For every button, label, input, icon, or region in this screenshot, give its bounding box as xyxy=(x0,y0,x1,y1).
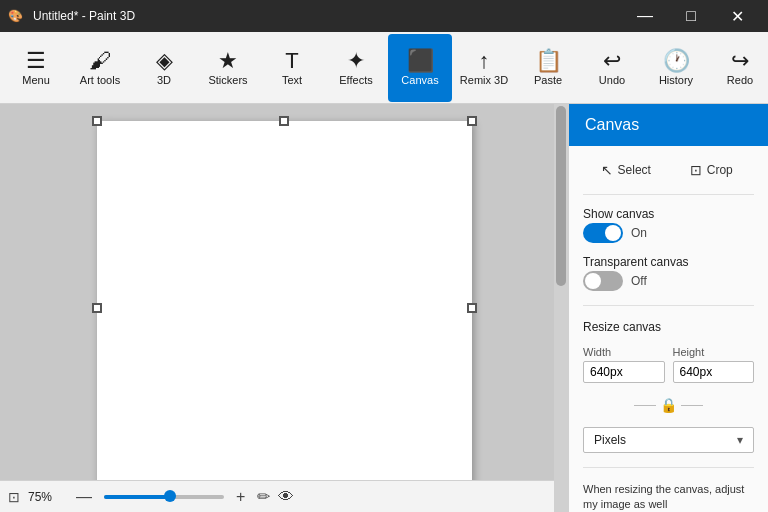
toolbar-item-stickers[interactable]: ★Stickers xyxy=(196,34,260,102)
toolbar-item-text[interactable]: TText xyxy=(260,34,324,102)
panel-body: ↖ Select ⊡ Crop Show canvas On xyxy=(569,146,768,512)
eye-icon[interactable]: 👁 xyxy=(278,488,294,506)
handle-top-mid[interactable] xyxy=(279,116,289,126)
width-input[interactable] xyxy=(583,361,665,383)
toolbar-item-effects[interactable]: ✦Effects xyxy=(324,34,388,102)
show-canvas-setting: Show canvas On xyxy=(583,207,754,243)
close-button[interactable]: ✕ xyxy=(714,0,760,32)
lock-row: 🔒 xyxy=(583,395,754,415)
window-controls: — □ ✕ xyxy=(622,0,760,32)
divider-2 xyxy=(583,467,754,468)
show-canvas-label: Show canvas xyxy=(583,207,754,221)
text-icon: T xyxy=(285,50,298,72)
panel-tools: ↖ Select ⊡ Crop xyxy=(583,156,754,195)
resize-fields: Width Height xyxy=(583,346,754,383)
select-label: Select xyxy=(618,163,651,177)
transparent-canvas-toggle[interactable] xyxy=(583,271,623,291)
minimize-button[interactable]: — xyxy=(622,0,668,32)
toolbar-item-redo[interactable]: ↪Redo xyxy=(708,34,768,102)
art-tools-label: Art tools xyxy=(80,74,120,86)
resize-canvas-title: Resize canvas xyxy=(583,320,754,334)
zoom-icon: ⊡ xyxy=(8,489,20,505)
zoom-slider[interactable] xyxy=(104,495,224,499)
remix3d-icon: ↑ xyxy=(479,50,490,72)
scrollbar-thumb xyxy=(556,106,566,286)
toolbar-item-remix3d[interactable]: ↑Remix 3D xyxy=(452,34,516,102)
draw-icon[interactable]: ✏ xyxy=(257,487,270,506)
transparent-canvas-label: Transparent canvas xyxy=(583,255,754,269)
show-canvas-toggle[interactable] xyxy=(583,223,623,243)
width-label: Width xyxy=(583,346,665,358)
toolbar-item-history[interactable]: 🕐History xyxy=(644,34,708,102)
stickers-label: Stickers xyxy=(208,74,247,86)
menu-icon: ☰ xyxy=(26,50,46,72)
transparent-canvas-toggle-row: Off xyxy=(583,271,754,291)
toolbar-item-canvas[interactable]: ⬛Canvas xyxy=(388,34,452,102)
width-field-group: Width xyxy=(583,346,665,383)
canvas-surface[interactable] xyxy=(97,121,472,496)
menu-label: Menu xyxy=(22,74,50,86)
panel-title: Canvas xyxy=(569,104,768,146)
3d-label: 3D xyxy=(157,74,171,86)
maximize-button[interactable]: □ xyxy=(668,0,714,32)
dropdown-arrow-icon: ▾ xyxy=(737,433,743,447)
handle-mid-left[interactable] xyxy=(92,303,102,313)
undo-icon: ↩ xyxy=(603,50,621,72)
handle-top-right[interactable] xyxy=(467,116,477,126)
toolbar-item-paste[interactable]: 📋Paste xyxy=(516,34,580,102)
undo-label: Undo xyxy=(599,74,625,86)
toggle-thumb-2 xyxy=(585,273,601,289)
redo-icon: ↪ xyxy=(731,50,749,72)
transparent-canvas-state: Off xyxy=(631,274,647,288)
lock-line-right xyxy=(681,405,703,406)
titlebar: 🎨 Untitled* - Paint 3D — □ ✕ xyxy=(0,0,768,32)
art-tools-icon: 🖌 xyxy=(89,50,111,72)
handle-mid-right[interactable] xyxy=(467,303,477,313)
handle-top-left[interactable] xyxy=(92,116,102,126)
main-area: ⊡ 75% — + ✏ 👁 Canvas ↖ Select ⊡ xyxy=(0,104,768,512)
paste-label: Paste xyxy=(534,74,562,86)
zoom-plus-button[interactable]: + xyxy=(232,488,249,506)
transparent-canvas-setting: Transparent canvas Off xyxy=(583,255,754,291)
toolbar-item-3d[interactable]: ◈3D xyxy=(132,34,196,102)
remix3d-label: Remix 3D xyxy=(460,74,508,86)
zoom-value: 75% xyxy=(28,490,64,504)
canvas-icon: ⬛ xyxy=(407,50,434,72)
select-tool-button[interactable]: ↖ Select xyxy=(583,156,669,184)
unit-dropdown[interactable]: Pixels ▾ xyxy=(583,427,754,453)
toolbar-item-undo[interactable]: ↩Undo xyxy=(580,34,644,102)
zoom-slider-thumb xyxy=(164,490,176,502)
show-canvas-state: On xyxy=(631,226,647,240)
crop-tool-button[interactable]: ⊡ Crop xyxy=(669,156,755,184)
canvas-wrapper xyxy=(97,121,472,496)
crop-label: Crop xyxy=(707,163,733,177)
bottom-bar: ⊡ 75% — + ✏ 👁 xyxy=(0,480,554,512)
app-icon: 🎨 xyxy=(8,9,23,23)
canvas-label: Canvas xyxy=(401,74,438,86)
unit-label: Pixels xyxy=(594,433,626,447)
crop-icon: ⊡ xyxy=(690,162,702,178)
vertical-scrollbar[interactable] xyxy=(554,104,568,512)
zoom-slider-fill xyxy=(104,495,170,499)
select-icon: ↖ xyxy=(601,162,613,178)
3d-icon: ◈ xyxy=(156,50,173,72)
lock-line-left xyxy=(634,405,656,406)
divider-1 xyxy=(583,305,754,306)
resize-note-text: When resizing the canvas, adjust my imag… xyxy=(583,482,754,512)
effects-label: Effects xyxy=(339,74,372,86)
text-label: Text xyxy=(282,74,302,86)
height-field-group: Height xyxy=(673,346,755,383)
history-label: History xyxy=(659,74,693,86)
height-label: Height xyxy=(673,346,755,358)
side-panel: Canvas ↖ Select ⊡ Crop Show canvas xyxy=(568,104,768,512)
show-canvas-toggle-row: On xyxy=(583,223,754,243)
zoom-minus-button[interactable]: — xyxy=(72,488,96,506)
redo-label: Redo xyxy=(727,74,753,86)
toolbar-item-menu[interactable]: ☰Menu xyxy=(4,34,68,102)
toolbar: ☰Menu🖌Art tools◈3D★StickersTText✦Effects… xyxy=(0,32,768,104)
toolbar-item-art-tools[interactable]: 🖌Art tools xyxy=(68,34,132,102)
paste-icon: 📋 xyxy=(535,50,562,72)
height-input[interactable] xyxy=(673,361,755,383)
lock-icon[interactable]: 🔒 xyxy=(656,395,681,415)
effects-icon: ✦ xyxy=(347,50,365,72)
